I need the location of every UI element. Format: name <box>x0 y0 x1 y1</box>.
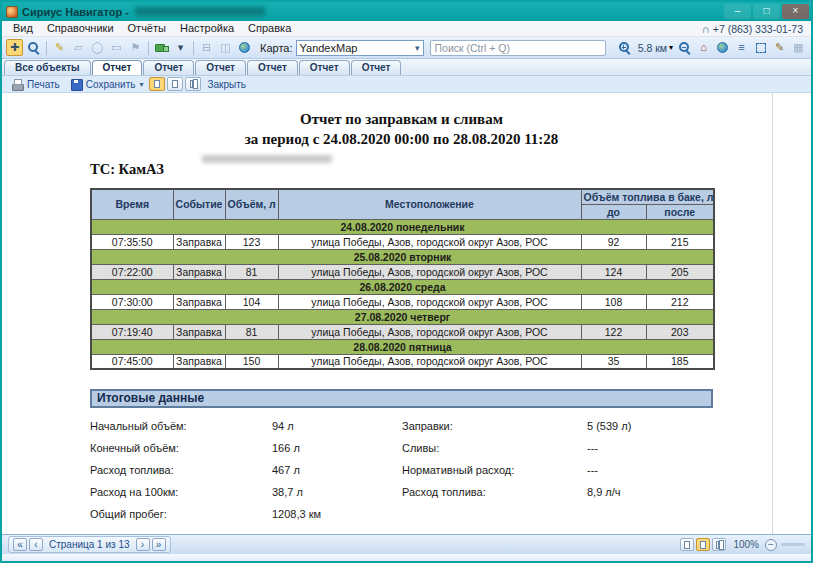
menu-item[interactable]: Справка <box>241 21 298 36</box>
pan-tool-icon[interactable]: ✚ <box>6 39 23 56</box>
print-label: Печать <box>27 79 60 90</box>
close-button[interactable]: × <box>782 4 809 19</box>
selection-icon[interactable] <box>752 39 769 56</box>
view-multi-page-button[interactable] <box>185 77 201 91</box>
redacted-vehicle-plate <box>202 155 332 163</box>
table-row: 07:30:00Заправка104улица Победы, Азов, г… <box>91 294 714 309</box>
table-cell: 203 <box>646 324 714 339</box>
status-view-fit-button[interactable] <box>696 538 710 551</box>
view-fit-page-button[interactable] <box>167 77 183 91</box>
home-icon[interactable]: ⌂ <box>695 39 712 56</box>
prev-page-button[interactable]: ‹ <box>29 538 43 551</box>
tab-report-5[interactable]: Отчет <box>299 60 350 75</box>
menu-item[interactable]: Настройка <box>173 21 241 36</box>
table-row: 07:45:00Заправка150улица Победы, Азов, г… <box>91 354 714 369</box>
chevron-down-icon: ▾ <box>415 43 420 53</box>
chevron-down-icon: ▾ <box>669 43 673 52</box>
table-cell: 212 <box>646 294 714 309</box>
day-row: 27.08.2020 четверг <box>91 309 714 324</box>
chevron-down-icon: ▾ <box>139 80 143 89</box>
tab-report-6[interactable]: Отчет <box>351 60 402 75</box>
table-cell: 185 <box>646 354 714 369</box>
tab-report-3[interactable]: Отчет <box>195 60 246 75</box>
next-page-button[interactable]: › <box>136 538 150 551</box>
report-title: Отчет по заправкам и сливам <box>90 111 713 128</box>
column-header-fuel: Объём топлива в баке, л <box>581 189 714 204</box>
flag-tool-icon: ⚑ <box>127 39 144 56</box>
page-edge <box>772 93 773 534</box>
edit-report-icon[interactable]: ✎ <box>771 39 788 56</box>
window-bottom-edge <box>2 554 811 561</box>
support-phone: ∩ +7 (863) 333-01-73 <box>702 23 807 35</box>
table-cell: 07:45:00 <box>91 354 173 369</box>
tab-report-2[interactable]: Отчет <box>143 60 194 75</box>
first-page-button[interactable]: « <box>13 538 27 551</box>
maximize-button[interactable]: □ <box>753 4 780 19</box>
column-subheader: до <box>581 204 646 219</box>
menu-item[interactable]: Отчёты <box>121 21 173 36</box>
column-header: Объём, л <box>225 189 278 219</box>
zoom-slider[interactable] <box>781 543 805 546</box>
menu-items: ВидСправочникиОтчётыНастройкаСправка <box>6 21 298 36</box>
view-single-page-button[interactable] <box>149 77 165 91</box>
table-cell: улица Победы, Азов, городской округ Азов… <box>278 294 581 309</box>
status-view-multi-button[interactable] <box>712 538 726 551</box>
menu-item[interactable]: Справочники <box>40 21 121 36</box>
app-icon <box>6 6 18 18</box>
toolbar-separator <box>46 41 47 55</box>
phone-number: +7 (863) 333-01-73 <box>713 23 803 35</box>
summary-value: 8,9 л/ч <box>587 486 621 498</box>
menu-item[interactable]: Вид <box>6 21 40 36</box>
floppy-icon <box>70 78 83 91</box>
menu-bar: ВидСправочникиОтчётыНастройкаСправка ∩ +… <box>2 21 811 37</box>
close-report-button[interactable]: Закрыть <box>202 77 251 92</box>
table-cell: 07:19:40 <box>91 324 173 339</box>
title-bar: Сириус Навигатор - – □ × <box>2 2 811 21</box>
minimize-button[interactable]: – <box>724 4 751 19</box>
printer-icon <box>11 78 24 91</box>
summary-label: Расход топлива: <box>402 486 486 498</box>
zoom-in-icon[interactable] <box>616 39 633 56</box>
report-table-head: ВремяСобытиеОбъём, лМестоположениеОбъём … <box>91 189 714 219</box>
table-cell: 81 <box>225 324 278 339</box>
save-button[interactable]: Сохранить ▾ <box>65 77 149 92</box>
tab-all-objects[interactable]: Все объекты <box>4 60 91 75</box>
tile-vertical-icon: ◫ <box>217 39 234 56</box>
table-cell: 92 <box>581 234 646 249</box>
zoom-tool-icon[interactable] <box>25 39 42 56</box>
tab-report-1[interactable]: Отчет <box>92 60 143 75</box>
circle-tool-icon: ◯ <box>89 39 106 56</box>
globe-search-icon[interactable] <box>236 39 253 56</box>
table-row: 07:22:00Заправка81улица Победы, Азов, го… <box>91 264 714 279</box>
summary-label: Расход на 100км: <box>90 486 178 498</box>
edit-map-icon[interactable]: ✎ <box>51 39 68 56</box>
list-icon[interactable]: ≡ <box>733 39 750 56</box>
vehicle-dropdown-icon[interactable]: ▾ <box>172 39 189 56</box>
vehicle-icon[interactable] <box>153 39 170 56</box>
headset-icon: ∩ <box>702 23 710 35</box>
table-cell: улица Победы, Азов, городской округ Азов… <box>278 234 581 249</box>
last-page-button[interactable]: » <box>152 538 166 551</box>
polygon-tool-icon: ▱ <box>70 39 87 56</box>
column-header: Время <box>91 189 173 219</box>
table-header-row: ВремяСобытиеОбъём, лМестоположениеОбъём … <box>91 189 714 204</box>
table-cell: 07:35:50 <box>91 234 173 249</box>
map-scale-dropdown[interactable]: 5.8 км▾ <box>635 39 674 56</box>
day-cell: 25.08.2020 вторник <box>91 249 714 264</box>
zoom-out-button[interactable]: − <box>765 539 777 551</box>
search-input[interactable] <box>430 40 606 56</box>
table-cell: 123 <box>225 234 278 249</box>
map-label: Карта: <box>260 42 293 54</box>
print-button[interactable]: Печать <box>6 77 65 92</box>
map-select[interactable]: YandexMap ▾ <box>296 40 424 56</box>
day-cell: 24.08.2020 понедельник <box>91 219 714 234</box>
table-cell: улица Победы, Азов, городской округ Азов… <box>278 324 581 339</box>
table-cell: Заправка <box>173 324 225 339</box>
zoom-out-icon[interactable] <box>676 39 693 56</box>
rect-tool-icon: ▭ <box>108 39 125 56</box>
tab-report-4[interactable]: Отчет <box>247 60 298 75</box>
status-view-single-button[interactable] <box>680 538 694 551</box>
summary-label: Нормативный расход: <box>402 464 514 476</box>
globe-icon[interactable] <box>714 39 731 56</box>
status-bar: « ‹ Страница 1 из 13 › » 100% − <box>2 534 811 554</box>
